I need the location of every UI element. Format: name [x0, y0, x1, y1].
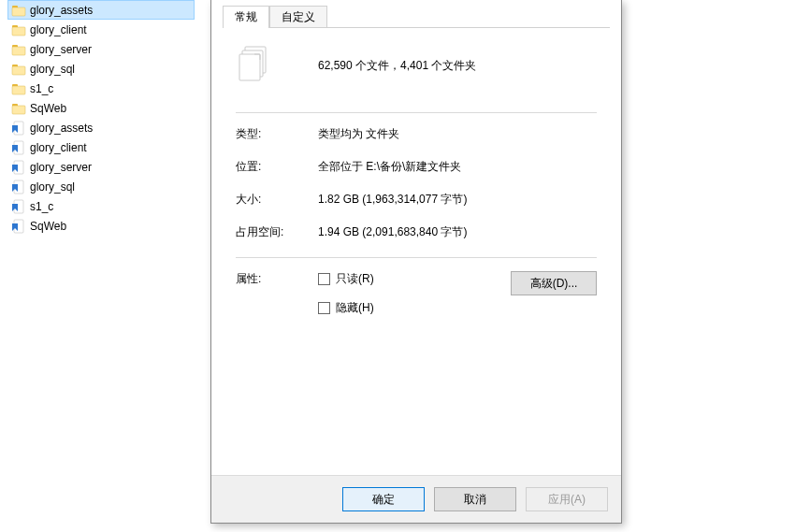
- file-item-label: glory_server: [30, 43, 92, 56]
- svg-rect-11: [12, 106, 25, 114]
- tab-custom[interactable]: 自定义: [269, 6, 327, 28]
- folder-icon: [11, 22, 26, 37]
- svg-rect-9: [12, 86, 25, 94]
- type-label: 类型:: [236, 126, 318, 142]
- svg-rect-3: [12, 27, 25, 36]
- size-label: 大小:: [236, 192, 318, 208]
- advanced-button[interactable]: 高级(D)...: [511, 271, 597, 295]
- file-item[interactable]: glory_sql: [7, 59, 195, 79]
- readonly-checkbox[interactable]: [318, 273, 330, 285]
- file-item[interactable]: s1_c: [7, 79, 195, 98]
- svg-rect-26: [239, 54, 260, 80]
- folder-icon: [11, 42, 26, 57]
- file-item-label: glory_server: [30, 161, 92, 174]
- ok-button[interactable]: 确定: [342, 487, 425, 511]
- readonly-label: 只读(R): [336, 271, 374, 287]
- file-item[interactable]: SqWeb: [7, 216, 195, 236]
- bookmark-icon: [11, 140, 26, 155]
- svg-rect-7: [12, 66, 25, 75]
- bookmark-icon: [11, 199, 26, 214]
- bookmark-icon: [11, 180, 26, 194]
- folder-icon: [11, 3, 26, 18]
- file-list: glory_assetsglory_clientglory_serverglor…: [7, 0, 195, 236]
- file-item[interactable]: s1_c: [7, 196, 195, 216]
- tab-general[interactable]: 常规: [223, 6, 269, 28]
- file-item[interactable]: glory_sql: [7, 177, 195, 196]
- bookmark-icon: [11, 219, 26, 234]
- file-item-label: SqWeb: [30, 102, 66, 115]
- file-item[interactable]: glory_server: [7, 39, 195, 59]
- size-value: 1.82 GB (1,963,314,077 字节): [318, 192, 597, 208]
- dialog-button-bar: 确定 取消 应用(A): [211, 475, 621, 523]
- separator: [236, 257, 597, 258]
- hidden-checkbox[interactable]: [318, 302, 330, 314]
- location-label: 位置:: [236, 159, 318, 175]
- bookmark-icon: [11, 121, 26, 136]
- hidden-label: 隐藏(H): [336, 300, 374, 316]
- file-item[interactable]: glory_client: [7, 137, 195, 157]
- file-item-label: glory_sql: [30, 63, 75, 76]
- file-item-label: glory_sql: [30, 180, 75, 194]
- cancel-button[interactable]: 取消: [434, 487, 516, 511]
- summary-count-text: 62,590 个文件，4,401 个文件夹: [318, 58, 476, 74]
- sizeondisk-label: 占用空间:: [236, 224, 318, 240]
- file-item[interactable]: glory_assets: [7, 0, 195, 20]
- file-item[interactable]: glory_assets: [7, 118, 195, 137]
- apply-button[interactable]: 应用(A): [526, 487, 608, 511]
- tab-underline: [223, 27, 610, 28]
- file-item-label: glory_client: [30, 23, 87, 36]
- properties-dialog: 常规 自定义 62,590 个文件，4,401 个文件夹 类型: 类型均为 文件…: [210, 0, 622, 524]
- bookmark-icon: [11, 160, 26, 175]
- attributes-label: 属性:: [236, 271, 318, 287]
- tab-strip: 常规 自定义: [211, 0, 621, 28]
- file-item-label: SqWeb: [30, 220, 66, 233]
- location-value: 全部位于 E:\备份\新建文件夹: [318, 159, 597, 175]
- folder-icon: [11, 101, 26, 116]
- files-stack-icon: [238, 45, 273, 86]
- file-item[interactable]: glory_server: [7, 157, 195, 177]
- file-item-label: s1_c: [30, 200, 53, 213]
- file-item-label: glory_client: [30, 141, 87, 154]
- type-value: 类型均为 文件夹: [318, 126, 597, 142]
- file-item-label: s1_c: [30, 82, 53, 95]
- file-item[interactable]: glory_client: [7, 20, 195, 39]
- file-item-label: glory_assets: [30, 4, 93, 17]
- sizeondisk-value: 1.94 GB (2,091,683,840 字节): [318, 224, 597, 240]
- folder-icon: [11, 81, 26, 96]
- separator: [236, 112, 597, 113]
- tab-body-general: 62,590 个文件，4,401 个文件夹 类型: 类型均为 文件夹 位置: 全…: [211, 28, 621, 475]
- svg-rect-1: [12, 7, 25, 16]
- folder-icon: [11, 62, 26, 77]
- svg-rect-5: [12, 47, 25, 55]
- file-item-label: glory_assets: [30, 122, 93, 135]
- file-item[interactable]: SqWeb: [7, 98, 195, 118]
